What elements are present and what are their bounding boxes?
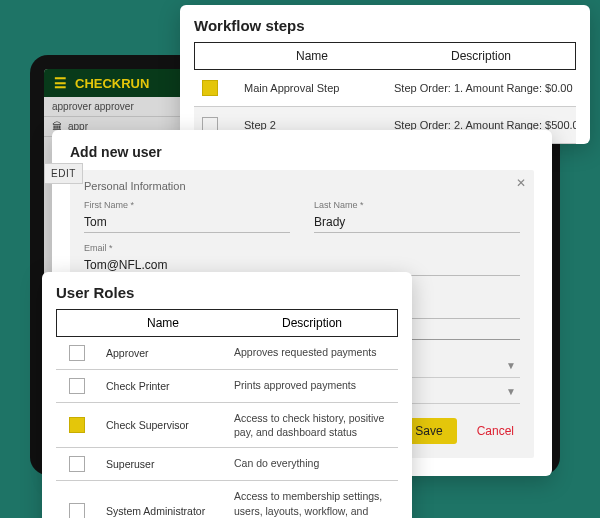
roles-row-desc: Access to membership settings, users, la… xyxy=(226,481,398,518)
roles-row-name: Superuser xyxy=(98,448,226,480)
chevron-down-icon: ▼ xyxy=(506,386,516,397)
checkbox-icon[interactable] xyxy=(69,345,85,361)
hamburger-icon[interactable]: ☰ xyxy=(54,75,67,91)
roles-row[interactable]: Check Supervisor Access to check history… xyxy=(56,403,398,448)
checkbox-icon[interactable] xyxy=(69,456,85,472)
roles-row-name: Check Supervisor xyxy=(98,403,226,447)
roles-header-name: Name xyxy=(99,310,227,336)
workflow-header-name: Name xyxy=(237,43,387,69)
workflow-header-checkbox xyxy=(195,43,237,69)
workflow-row[interactable]: Main Approval Step Step Order: 1. Amount… xyxy=(194,70,576,107)
last-name-field[interactable] xyxy=(314,213,520,233)
user-roles-card: User Roles Name Description Approver App… xyxy=(42,272,412,518)
checkbox-icon[interactable] xyxy=(69,503,85,518)
workflow-steps-card: Workflow steps Name Description Main App… xyxy=(180,5,590,144)
first-name-label: First Name * xyxy=(84,200,290,210)
roles-row-desc: Can do everything xyxy=(226,448,398,480)
email-label: Email * xyxy=(84,243,520,253)
first-name-field[interactable] xyxy=(84,213,290,233)
roles-row-name: Approver xyxy=(98,337,226,369)
roles-row[interactable]: System Administrator Access to membershi… xyxy=(56,481,398,518)
roles-row-name: System Administrator xyxy=(98,481,226,518)
cancel-button[interactable]: Cancel xyxy=(471,423,520,439)
app-brand: CHECKRUN xyxy=(75,76,149,91)
roles-row-desc: Approves requested payments xyxy=(226,337,398,369)
roles-header-desc: Description xyxy=(227,310,397,336)
roles-header-checkbox xyxy=(57,310,99,336)
checkbox-icon[interactable] xyxy=(69,417,85,433)
roles-table-header: Name Description xyxy=(56,309,398,337)
workflow-row-desc: Step Order: 1. Amount Range: $0.00 - ∞ xyxy=(386,72,576,104)
last-name-label: Last Name * xyxy=(314,200,520,210)
roles-row[interactable]: Check Printer Prints approved payments xyxy=(56,370,398,403)
roles-row[interactable]: Superuser Can do everything xyxy=(56,448,398,481)
roles-row-desc: Access to check history, positive pay, a… xyxy=(226,403,398,447)
roles-row[interactable]: Approver Approves requested payments xyxy=(56,337,398,370)
workflow-header-desc: Description xyxy=(387,43,575,69)
edit-button[interactable]: EDIT xyxy=(44,163,83,184)
workflow-row-name: Main Approval Step xyxy=(236,72,386,104)
user-roles-title: User Roles xyxy=(56,284,398,301)
roles-row-desc: Prints approved payments xyxy=(226,370,398,402)
form-section-label: Personal Information xyxy=(84,180,520,192)
close-icon[interactable]: ✕ xyxy=(516,176,526,190)
workflow-title: Workflow steps xyxy=(194,17,576,34)
chevron-down-icon: ▼ xyxy=(506,360,516,371)
checkbox-icon[interactable] xyxy=(69,378,85,394)
roles-row-name: Check Printer xyxy=(98,370,226,402)
workflow-table-header: Name Description xyxy=(194,42,576,70)
add-user-title: Add new user xyxy=(70,144,534,160)
checkbox-icon[interactable] xyxy=(202,80,218,96)
